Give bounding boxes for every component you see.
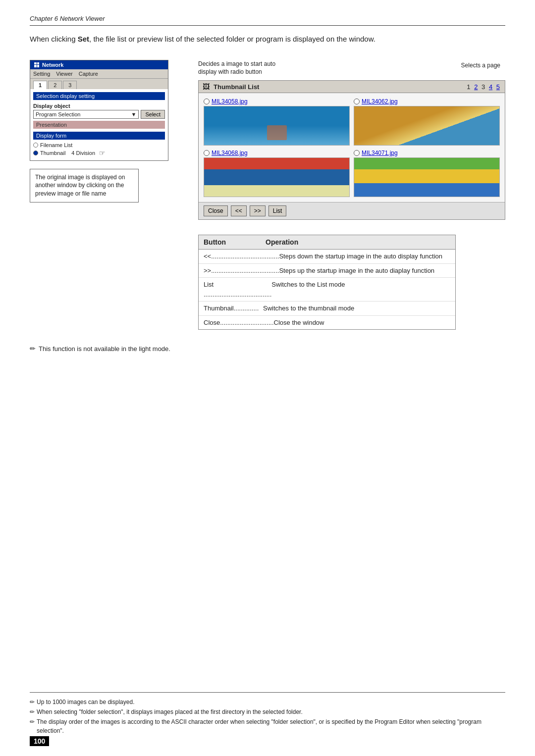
op-header-operation: Operation: [266, 238, 298, 246]
thumbnail-window: 🖼 Thumbnail List 1 2 3 4 5 MIL34058.jpg: [198, 80, 505, 220]
op-row-thumbnail: Thumbnail.............. Switches to the …: [199, 302, 455, 316]
left-panel: Network Setting Viewer Capture 1 2 3 Sel…: [30, 60, 178, 330]
thumb-filename-4[interactable]: MIL34071.jpg: [362, 150, 398, 156]
page-4-link[interactable]: 4: [489, 83, 492, 91]
op-desc-prev: Steps down the startup image in the auto…: [279, 252, 450, 261]
window-title: Network: [42, 62, 63, 68]
note-section: ✏ This function is not available in the …: [30, 345, 505, 353]
thumb-image-1[interactable]: [204, 106, 350, 146]
thumbnail-radio[interactable]: [33, 151, 38, 155]
grid-icon: [34, 62, 39, 67]
op-desc-list: Switches to the List mode: [271, 280, 450, 299]
thumb-radio-4[interactable]: [354, 150, 360, 156]
thumb-image-3[interactable]: [204, 157, 350, 197]
op-btn-close: Close..............................: [204, 318, 274, 328]
page-3[interactable]: 3: [482, 83, 485, 91]
thumbnail-label: Thumbnail: [40, 150, 65, 156]
thumbnail-title: Thumbnail List: [214, 83, 259, 91]
menu-viewer[interactable]: Viewer: [56, 71, 72, 77]
thumb-item-3-header: MIL34068.jpg: [204, 150, 350, 156]
tab-3[interactable]: 3: [63, 81, 77, 89]
footer-note-3: ✏ The display order of the images is acc…: [30, 717, 505, 735]
op-btn-list: List ...................................…: [204, 280, 271, 299]
thumbnail-titlebar: 🖼 Thumbnail List 1 2 3 4 5: [199, 81, 505, 93]
page-2-link[interactable]: 2: [474, 83, 478, 91]
callout-text: The original image is displayed on anoth…: [35, 174, 125, 198]
intro-after-bold: , the file list or preview list of the s…: [89, 35, 375, 43]
op-row-close: Close.............................. Clos…: [199, 316, 455, 330]
filename-list-row: Filename List: [33, 142, 165, 149]
diagram-area: Network Setting Viewer Capture 1 2 3 Sel…: [30, 60, 505, 330]
select-button[interactable]: Select: [141, 110, 165, 119]
window-tabs: 1 2 3: [30, 79, 168, 89]
op-desc-close: Close the window: [274, 318, 450, 328]
op-row-prev: <<......................................…: [199, 250, 455, 264]
thumb-radio-2[interactable]: [354, 99, 360, 104]
display-form-section: Display form: [33, 132, 165, 140]
network-window: Network Setting Viewer Capture 1 2 3 Sel…: [30, 60, 168, 161]
op-desc-next: Steps up the startup image in the auto d…: [279, 266, 450, 276]
thumb-item-4-header: MIL34071.jpg: [354, 150, 500, 156]
page-number: 100: [30, 736, 49, 746]
op-table-header: Button Operation: [199, 235, 455, 250]
window-titlebar: Network: [30, 60, 168, 69]
program-selection-row: Program Selection ▼ Select: [33, 110, 165, 119]
chapter-title: Chapter 6 Network Viewer: [30, 15, 105, 22]
thumb-filename-1[interactable]: MIL34058.jpg: [212, 98, 248, 105]
thumb-item-1-header: MIL34058.jpg: [204, 98, 350, 105]
display-object-label: Display object: [33, 102, 165, 110]
next-button[interactable]: >>: [250, 205, 266, 216]
filename-list-label: Filename List: [40, 142, 72, 148]
annotation-top: Decides a image to start auto display wi…: [198, 60, 505, 77]
thumb-item-2-header: MIL34062.jpg: [354, 98, 500, 105]
section-header: Selection display setting: [33, 92, 165, 100]
intro-before-bold: When clicking: [30, 35, 78, 43]
menu-capture[interactable]: Capture: [79, 71, 98, 77]
division-label: 4 Division: [71, 150, 95, 156]
window-body: Selection display setting Display object…: [30, 89, 168, 160]
op-btn-prev: <<......................................: [204, 252, 279, 261]
note-icon-3: ✏: [30, 717, 35, 735]
page-5-link[interactable]: 5: [496, 83, 500, 91]
thumb-item-3: MIL34068.jpg: [204, 150, 350, 197]
note-text: This function is not available in the li…: [39, 345, 170, 353]
footer-note-3-text: The display order of the images is accor…: [37, 717, 505, 735]
list-button[interactable]: List: [268, 205, 287, 216]
thumb-item-4: MIL34071.jpg: [354, 150, 500, 197]
thumb-image-2[interactable]: [354, 106, 500, 146]
filename-radio[interactable]: [33, 143, 38, 148]
note-icon: ✏: [30, 345, 36, 353]
thumbnail-icon: 🖼: [203, 83, 210, 91]
menu-setting[interactable]: Setting: [33, 71, 50, 77]
footer-note-2-text: When selecting "folder selection", it di…: [37, 707, 303, 716]
thumb-item-1: MIL34058.jpg: [204, 98, 350, 146]
op-btn-thumbnail: Thumbnail..............: [204, 303, 263, 313]
thumbnail-grid: MIL34058.jpg MIL34062.jpg: [199, 93, 505, 202]
footer-notes: ✏ Up to 1000 images can be displayed. ✏ …: [30, 692, 505, 736]
thumbnail-pages: 1 2 3 4 5: [466, 83, 501, 91]
program-selection-dropdown[interactable]: Program Selection ▼: [33, 110, 139, 119]
window-menu: Setting Viewer Capture: [30, 69, 168, 79]
thumbnail-bottom-bar: Close << >> List: [199, 202, 505, 219]
footer-note-1-text: Up to 1000 images can be displayed.: [37, 698, 134, 706]
prev-button[interactable]: <<: [231, 205, 247, 216]
note-icon-2: ✏: [30, 707, 35, 716]
thumb-radio-1[interactable]: [204, 99, 210, 104]
page-1[interactable]: 1: [467, 83, 470, 91]
tab-2[interactable]: 2: [48, 81, 62, 89]
footer-note-1: ✏ Up to 1000 images can be displayed.: [30, 698, 505, 706]
thumb-image-4[interactable]: [354, 157, 500, 197]
display-form-label: Display form: [36, 133, 66, 139]
close-button[interactable]: Close: [204, 205, 228, 216]
thumb-radio-3[interactable]: [204, 150, 210, 156]
annotation-decides: Decides a image to start auto display wi…: [198, 60, 292, 77]
chapter-header: Chapter 6 Network Viewer: [30, 15, 505, 26]
operation-table: Button Operation <<.....................…: [198, 235, 456, 330]
thumb-filename-2[interactable]: MIL34062.jpg: [362, 98, 398, 105]
op-desc-thumbnail: Switches to the thumbnail mode: [263, 303, 450, 313]
cursor-hand-icon: ☞: [99, 149, 106, 157]
thumb-filename-3[interactable]: MIL34068.jpg: [212, 150, 248, 156]
tab-1[interactable]: 1: [33, 81, 47, 89]
presentation-label: Presentation: [33, 121, 165, 129]
op-row-list: List ...................................…: [199, 278, 455, 302]
